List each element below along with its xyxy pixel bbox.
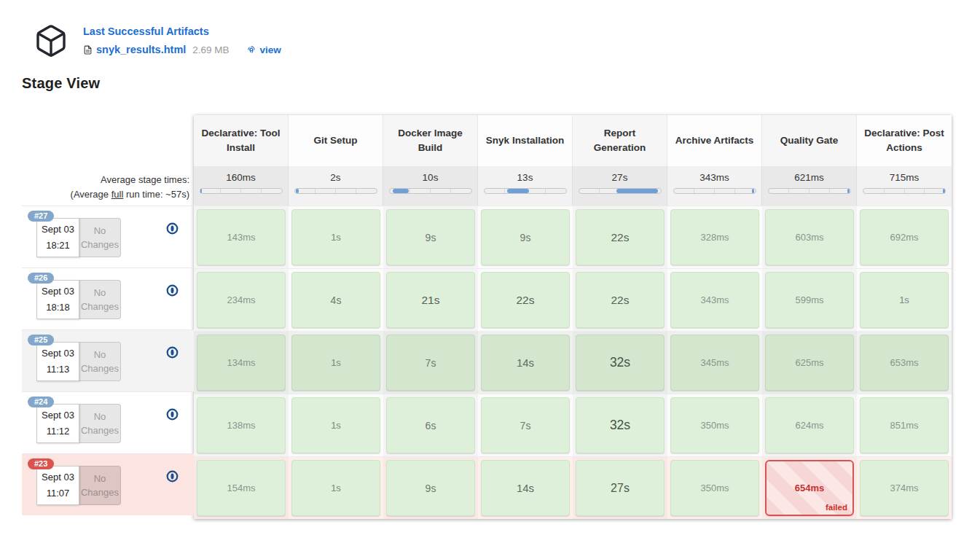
last-successful-artifacts: Last Successful Artifacts snyk_results.h… [34,22,281,58]
file-icon [83,44,93,55]
header-spacer [22,115,194,166]
build-badge[interactable]: #27 [28,211,54,222]
avg-time-value: 10s [383,172,477,183]
failed-duration-value: 654ms [795,483,824,493]
stage-duration-cell[interactable]: 22s [576,209,665,265]
stage-duration-cell[interactable]: 603ms [765,209,854,265]
build-row-24: #24 Sept 0311:12 No Changes [22,391,194,453]
build-date-box[interactable]: Sept 0311:13 [36,342,79,381]
stage-duration-cell[interactable]: 1s [291,335,380,391]
build-badge[interactable]: #26 [28,273,54,284]
build-badge[interactable]: #23 [28,458,54,469]
stage-grid-card: Declarative: Tool Install Git Setup Dock… [194,115,952,519]
avg-time-value: 343ms [667,172,761,183]
avg-time-bar [768,188,851,194]
avg-time-bar [579,188,662,194]
stage-header: Declarative: Tool Install [194,115,289,166]
no-changes-button[interactable]: No Changes [79,466,121,505]
stage-duration-cell[interactable]: 6s [386,397,475,453]
no-changes-button[interactable]: No Changes [79,342,121,381]
run-details-icon[interactable] [166,470,179,483]
build-date-box[interactable]: Sept 0318:18 [36,280,79,319]
stage-duration-cell[interactable]: 625ms [765,335,854,391]
stage-view-table: Average stage times: (Average full run t… [22,115,952,519]
avg-time-bar [294,188,377,194]
stage-duration-cell[interactable]: 653ms [860,335,949,391]
artifacts-title-link[interactable]: Last Successful Artifacts [83,26,209,37]
stage-duration-cell[interactable]: 9s [481,209,570,265]
build-date-box[interactable]: Sept 0311:12 [36,404,79,443]
stage-duration-cell[interactable]: 350ms [670,397,759,453]
stage-duration-cell[interactable]: 9s [386,209,475,265]
avg-label-line2: (Average full run time: ~57s) [22,187,189,202]
stage-duration-cell[interactable]: 138ms [197,397,286,453]
average-times-row: 160ms 2s 10s 13s 27s 343ms 621ms 715ms [194,166,952,206]
run-details-icon[interactable] [166,222,179,235]
stage-duration-cell[interactable]: 1s [291,397,380,453]
no-changes-button[interactable]: No Changes [79,404,121,443]
stage-duration-cell[interactable]: 1s [291,460,380,516]
average-stage-times-label: Average stage times: (Average full run t… [22,166,194,206]
stage-duration-cell[interactable]: 1s [291,209,380,265]
stage-duration-cell[interactable]: 599ms [765,272,854,328]
build-date-box[interactable]: Sept 0311:07 [36,466,79,505]
stage-header: Archive Artifacts [667,115,762,166]
artifact-file-size: 2.69 MB [192,44,229,55]
build-row-23: #23 Sept 0311:07 No Changes [22,453,194,515]
stage-duration-cell[interactable]: 343ms [670,272,759,328]
stage-duration-cell-failed[interactable]: 654msfailed [765,460,854,516]
run-details-icon[interactable] [166,408,179,421]
duration-row-27: 143ms 1s 9s 9s 22s 328ms 603ms 692ms [194,206,952,268]
stage-duration-cell[interactable]: 134ms [197,335,286,391]
build-row-25: #25 Sept 0311:13 No Changes [22,329,194,391]
build-row-27: #27 Sept 0318:21 No Changes [22,206,194,268]
avg-time-bar [200,188,283,194]
avg-time-bar [389,188,472,194]
stage-duration-cell[interactable]: 624ms [765,397,854,453]
stage-duration-cell[interactable]: 234ms [197,272,286,328]
stage-duration-cell[interactable]: 9s [386,460,475,516]
stage-duration-cell[interactable]: 27s [576,460,665,516]
no-changes-button[interactable]: No Changes [79,280,121,319]
avg-time-value: 2s [289,172,383,183]
fingerprint-view-link[interactable]: view [246,44,281,55]
stage-duration-cell[interactable]: 345ms [670,335,759,391]
stage-duration-cell[interactable]: 14s [481,335,570,391]
stage-duration-cell[interactable]: 22s [576,272,665,328]
stage-duration-cell[interactable]: 851ms [860,397,949,453]
stage-duration-cell[interactable]: 4s [291,272,380,328]
stage-duration-cell[interactable]: 7s [386,335,475,391]
stage-duration-cell[interactable]: 328ms [670,209,759,265]
stage-duration-cell[interactable]: 32s [576,335,665,391]
stage-duration-cell[interactable]: 350ms [670,460,759,516]
avg-time-bar [484,188,567,194]
avg-time-bar [673,188,756,194]
build-date-box[interactable]: Sept 0318:21 [36,218,79,257]
run-details-icon[interactable] [166,284,179,297]
stage-duration-cell[interactable]: 692ms [860,209,949,265]
stage-duration-cell[interactable]: 32s [576,397,665,453]
build-column: Average stage times: (Average full run t… [22,115,194,519]
build-badge[interactable]: #24 [28,397,54,407]
artifact-file-name: snyk_results.html [96,44,186,55]
stage-duration-cell[interactable]: 143ms [197,209,286,265]
stage-header: Git Setup [289,115,383,166]
stage-duration-cell[interactable]: 154ms [197,460,286,516]
stage-duration-cell[interactable]: 7s [481,397,570,453]
stage-duration-cell[interactable]: 14s [481,460,570,516]
page-title: Stage View [22,75,100,92]
artifact-file-link[interactable]: snyk_results.html [83,44,186,55]
build-row-26: #26 Sept 0318:18 No Changes [22,268,194,329]
stage-header: Quality Gate [762,115,857,166]
build-badge[interactable]: #25 [28,335,54,345]
run-details-icon[interactable] [166,346,179,359]
stage-duration-cell[interactable]: 21s [386,272,475,328]
stage-duration-cell[interactable]: 374ms [860,460,949,516]
fingerprint-icon [246,44,256,55]
no-changes-button[interactable]: No Changes [79,218,121,257]
avg-time-bar [863,188,946,194]
stage-header: Declarative: Post Actions [857,115,952,166]
stage-duration-cell[interactable]: 22s [481,272,570,328]
stage-duration-cell[interactable]: 1s [860,272,949,328]
jenkins-stage-view-page: Last Successful Artifacts snyk_results.h… [0,0,980,535]
